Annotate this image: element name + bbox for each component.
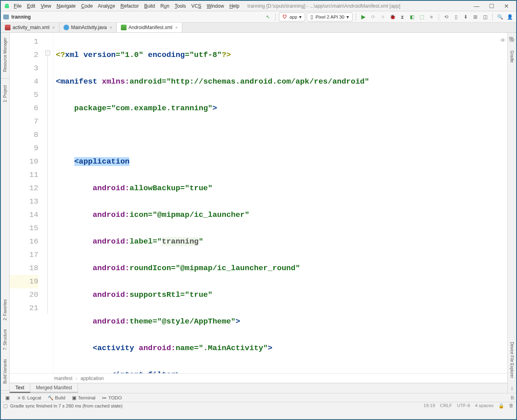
nav-breadcrumb[interactable]: tranning bbox=[3, 14, 31, 20]
menu-analyze[interactable]: Analyze bbox=[98, 3, 115, 9]
apply-code-icon[interactable]: ≡ bbox=[379, 13, 387, 21]
apply-changes-icon[interactable]: ⟳ bbox=[369, 13, 377, 21]
menu-vcs[interactable]: VCS bbox=[191, 3, 201, 9]
build-icon[interactable]: ↖ bbox=[264, 13, 272, 21]
menu-help[interactable]: Help bbox=[229, 3, 239, 9]
editor-bottom-tabs: Text Merged Manifest bbox=[10, 383, 507, 393]
search-icon[interactable]: 🔍 bbox=[496, 13, 504, 21]
tool-window-quick-access-icon[interactable]: ▣ bbox=[3, 395, 11, 401]
window-controls: — ☐ ✕ bbox=[474, 3, 514, 9]
event-log-icon[interactable]: ⎘ bbox=[511, 395, 514, 401]
left-tool-rail: Resource Manager 1: Project 2: Favorites… bbox=[1, 33, 10, 393]
tab-label: AndroidManifest.xml bbox=[129, 25, 173, 30]
stop-icon[interactable]: ■ bbox=[427, 13, 435, 21]
sdk-manager-icon[interactable]: ⬇ bbox=[462, 13, 470, 21]
run-config-combo[interactable]: ⛉ app ▾ bbox=[279, 13, 305, 21]
tool-build[interactable]: 🔨 Build bbox=[48, 395, 65, 401]
tab-label: MainActivity.java bbox=[71, 25, 107, 30]
bottom-tab-merged[interactable]: Merged Manifest bbox=[30, 383, 78, 393]
dropdown-icon: ▾ bbox=[346, 14, 349, 20]
code-editor[interactable]: 👁 123456789101112131415161718192021 – <?… bbox=[10, 33, 507, 373]
gradle-elephant-icon: 🐘 bbox=[509, 36, 515, 42]
breadcrumb-item[interactable]: application bbox=[80, 376, 103, 381]
menu-run[interactable]: Run bbox=[160, 3, 169, 9]
user-icon[interactable]: 👤 bbox=[506, 13, 514, 21]
indent[interactable]: 4 spaces bbox=[475, 403, 494, 409]
tool-logcat[interactable]: ≡ 6: Logcat bbox=[18, 395, 41, 400]
tab-mainactivity[interactable]: MainActivity.java × bbox=[59, 23, 117, 32]
resource-manager-icon[interactable]: ⊞ bbox=[471, 13, 479, 21]
menu-file[interactable]: File bbox=[14, 3, 21, 9]
separator bbox=[492, 13, 493, 21]
main-toolbar: tranning ↖ ⛉ app ▾ ▯ Pixel 2 API 30 ▾ ▶ … bbox=[1, 11, 516, 23]
rail-structure[interactable]: 7: Structure bbox=[3, 327, 7, 353]
menu-navigate[interactable]: Navigate bbox=[57, 3, 76, 9]
svg-point-0 bbox=[6, 5, 6, 6]
tool-todo[interactable]: ≔ TODO bbox=[102, 395, 122, 401]
rail-device-file-explorer[interactable]: Device File Explorer bbox=[510, 340, 514, 380]
editor-panel: 👁 123456789101112131415161718192021 – <?… bbox=[10, 33, 507, 393]
folder-icon bbox=[3, 15, 9, 19]
encoding[interactable]: UTF-8 bbox=[457, 403, 470, 409]
menu-view[interactable]: View bbox=[41, 3, 51, 9]
menu-code[interactable]: Code bbox=[81, 3, 93, 9]
debug-icon[interactable]: 🐞 bbox=[388, 13, 397, 21]
window-close-icon[interactable]: ✕ bbox=[504, 3, 509, 9]
close-icon[interactable]: × bbox=[110, 25, 112, 30]
line-gutter: 123456789101112131415161718192021 bbox=[10, 33, 42, 373]
menu-window[interactable]: Window bbox=[207, 3, 224, 9]
rail-build-variants[interactable]: Build Variants bbox=[3, 357, 7, 386]
run-icon[interactable]: ▶ bbox=[359, 13, 367, 21]
run-config-label: app bbox=[289, 15, 297, 19]
main-content-row: Resource Manager 1: Project 2: Favorites… bbox=[1, 33, 516, 393]
android-icon bbox=[3, 2, 11, 10]
profiler-icon[interactable]: ⧗ bbox=[398, 13, 406, 21]
caret-position[interactable]: 19:19 bbox=[424, 403, 435, 409]
separator bbox=[1, 78, 9, 79]
chevron-right-icon: › bbox=[76, 376, 77, 381]
menu-tools[interactable]: Tools bbox=[175, 3, 186, 9]
coverage-icon[interactable]: ◧ bbox=[408, 13, 416, 21]
rail-favorites[interactable]: 2: Favorites bbox=[3, 297, 7, 323]
menu-bar: File Edit View Navigate Code Analyze Ref… bbox=[14, 3, 243, 9]
menu-edit[interactable]: Edit bbox=[27, 3, 36, 9]
separator bbox=[1, 390, 9, 391]
breadcrumb-item[interactable]: manifest bbox=[54, 376, 72, 381]
layout-inspector-icon[interactable]: ◫ bbox=[481, 13, 489, 21]
code-lines[interactable]: <?xml version="1.0" encoding="utf-8"?> <… bbox=[53, 33, 507, 373]
phone-icon: ▯ bbox=[511, 386, 513, 391]
readonly-lock-icon[interactable]: 🔒 bbox=[498, 403, 504, 409]
window-maximize-icon[interactable]: ☐ bbox=[489, 3, 494, 9]
phone-icon: ▯ bbox=[310, 14, 313, 20]
device-combo[interactable]: ▯ Pixel 2 API 30 ▾ bbox=[307, 13, 352, 21]
status-square-icon[interactable]: ▢ bbox=[3, 403, 8, 409]
avd-manager-icon[interactable]: ▯ bbox=[452, 13, 460, 21]
rail-resource-manager[interactable]: Resource Manager bbox=[3, 35, 7, 74]
java-file-icon bbox=[63, 25, 69, 30]
run-config-icon: ⛉ bbox=[283, 15, 287, 19]
attach-debugger-icon[interactable]: ⬚ bbox=[418, 13, 426, 21]
code-breadcrumb: manifest › application bbox=[10, 373, 507, 383]
menu-build[interactable]: Build bbox=[144, 3, 155, 9]
nav-crumb-label: tranning bbox=[11, 14, 31, 20]
memory-trash-icon[interactable]: 🗑 bbox=[509, 403, 514, 409]
close-icon[interactable]: × bbox=[175, 25, 177, 30]
right-tool-rail: 🐘 Gradle Device File Explorer ▯ bbox=[507, 33, 516, 393]
device-label: Pixel 2 API 30 bbox=[315, 15, 344, 19]
editor-tabs: activity_main.xml × MainActivity.java × … bbox=[1, 23, 516, 33]
fold-toggle-icon[interactable]: – bbox=[45, 50, 50, 55]
rail-gradle[interactable]: Gradle bbox=[510, 48, 514, 65]
window-minimize-icon[interactable]: — bbox=[474, 3, 479, 9]
tool-terminal[interactable]: ▣ Terminal bbox=[72, 395, 95, 401]
tab-androidmanifest[interactable]: AndroidManifest.xml × bbox=[117, 23, 182, 32]
bottom-tab-text[interactable]: Text bbox=[10, 383, 30, 393]
close-icon[interactable]: × bbox=[52, 25, 55, 30]
menu-refactor[interactable]: Refactor bbox=[120, 3, 139, 9]
sync-gradle-icon[interactable]: ⟲ bbox=[442, 13, 450, 21]
rail-project[interactable]: 1: Project bbox=[3, 83, 7, 105]
title-bar: File Edit View Navigate Code Analyze Ref… bbox=[1, 1, 516, 11]
separator bbox=[275, 13, 276, 21]
line-separator[interactable]: CRLF bbox=[440, 403, 452, 409]
xml-file-icon bbox=[5, 25, 11, 30]
tab-activity-main[interactable]: activity_main.xml × bbox=[1, 23, 59, 32]
